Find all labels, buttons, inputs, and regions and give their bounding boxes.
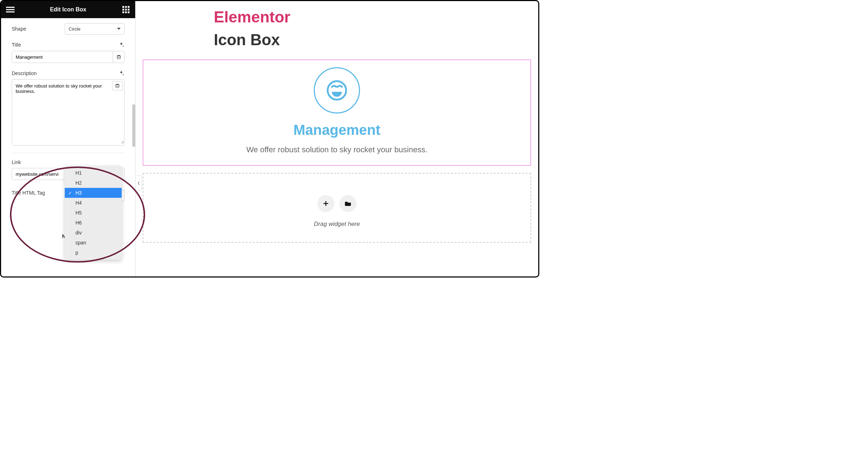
icon-circle xyxy=(314,67,360,113)
description-textarea[interactable] xyxy=(12,80,124,144)
ai-sparkle-icon[interactable] xyxy=(118,70,125,76)
svg-point-13 xyxy=(116,84,119,85)
tag-option-h5[interactable]: H5 xyxy=(65,208,122,218)
svg-rect-11 xyxy=(128,11,129,13)
page-title: Icon Box xyxy=(214,31,531,49)
title-label: Title xyxy=(12,42,21,48)
svg-point-14 xyxy=(328,81,346,100)
drop-zone[interactable]: Drag widget here xyxy=(143,173,531,243)
svg-rect-8 xyxy=(128,9,129,11)
title-input[interactable] xyxy=(12,51,113,63)
tag-option-div[interactable]: div xyxy=(65,228,122,238)
svg-rect-7 xyxy=(125,9,127,11)
widget-description: We offer robust solution to sky rocket y… xyxy=(147,145,527,154)
chevron-down-icon xyxy=(117,28,121,30)
plus-icon xyxy=(322,200,329,207)
description-label: Description xyxy=(12,70,37,76)
divider xyxy=(12,153,125,153)
description-control: Description xyxy=(12,70,125,146)
tag-option-p[interactable]: p xyxy=(65,248,122,258)
svg-rect-9 xyxy=(122,11,124,13)
icon-box-widget[interactable]: Management We offer robust solution to s… xyxy=(143,59,531,166)
dynamic-tags-icon[interactable] xyxy=(112,81,123,90)
svg-rect-2 xyxy=(6,11,15,12)
add-template-button[interactable] xyxy=(339,195,356,212)
svg-rect-16 xyxy=(323,203,328,204)
menu-icon[interactable] xyxy=(6,5,15,14)
title-html-tag-label: Title HTML Tag xyxy=(12,190,45,196)
link-label: Link xyxy=(12,159,21,165)
tag-option-h3[interactable]: H3 xyxy=(65,188,122,198)
widget-title: Management xyxy=(147,122,527,138)
tag-option-span[interactable]: span xyxy=(65,238,122,248)
tag-option-h4[interactable]: H4 xyxy=(65,198,122,208)
svg-rect-0 xyxy=(6,7,15,8)
svg-rect-10 xyxy=(125,11,127,13)
svg-rect-6 xyxy=(122,9,124,11)
editor-sidebar: Edit Icon Box Shape Circle Title xyxy=(1,1,136,276)
title-control: Title xyxy=(12,42,125,63)
svg-rect-3 xyxy=(122,6,124,8)
brand-heading: Elementor xyxy=(214,8,531,26)
drop-zone-text: Drag widget here xyxy=(147,221,527,228)
widgets-grid-icon[interactable] xyxy=(122,5,130,14)
shape-label: Shape xyxy=(12,26,26,32)
title-html-tag-dropdown: H1 H2 H3 H4 H5 H6 div span p xyxy=(65,166,122,260)
sidebar-header: Edit Icon Box xyxy=(1,1,135,18)
tag-option-h6[interactable]: H6 xyxy=(65,218,122,228)
title-html-tag-control: Title HTML Tag H1 H2 H3 H4 H5 H6 div spa… xyxy=(12,190,125,201)
svg-rect-1 xyxy=(6,9,15,10)
sidebar-scrollbar[interactable] xyxy=(132,104,135,147)
svg-rect-5 xyxy=(128,6,129,8)
folder-icon xyxy=(344,200,351,207)
add-widget-button[interactable] xyxy=(317,195,334,212)
tag-option-h1[interactable]: H1 xyxy=(65,168,122,178)
panel-collapse-handle[interactable] xyxy=(136,175,142,191)
tag-option-h2[interactable]: H2 xyxy=(65,178,122,188)
shape-select-value: Circle xyxy=(69,26,80,32)
sidebar-title: Edit Icon Box xyxy=(50,6,86,13)
ai-sparkle-icon[interactable] xyxy=(118,42,125,48)
shape-control: Shape Circle xyxy=(12,23,125,35)
svg-rect-4 xyxy=(125,6,127,8)
dynamic-tags-icon[interactable] xyxy=(113,51,124,63)
smile-icon xyxy=(326,79,348,102)
shape-select[interactable]: Circle xyxy=(65,23,125,35)
preview-canvas: Elementor Icon Box Management We offer r… xyxy=(136,1,538,276)
svg-point-12 xyxy=(117,55,120,57)
